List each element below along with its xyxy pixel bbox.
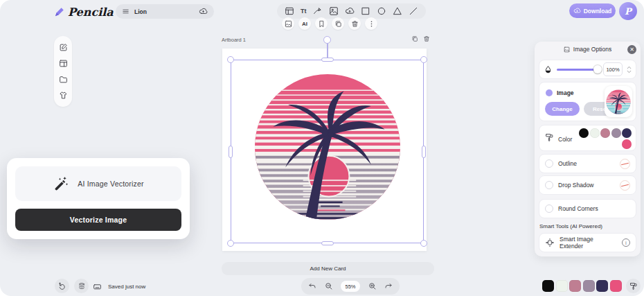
color-swatch[interactable] bbox=[579, 128, 589, 138]
artboard-actions bbox=[411, 35, 430, 42]
resize-handle-nw[interactable] bbox=[227, 56, 234, 63]
bookmark-button[interactable] bbox=[315, 17, 328, 30]
color-swatch[interactable] bbox=[596, 280, 608, 292]
text-tool-icon[interactable]: Tt bbox=[301, 8, 307, 15]
templates-icon[interactable] bbox=[59, 59, 68, 68]
color-swatch[interactable] bbox=[590, 128, 600, 138]
more-options-button[interactable] bbox=[365, 17, 377, 30]
cloud-sync-icon[interactable] bbox=[199, 7, 208, 16]
file-name-pill[interactable]: Lion bbox=[116, 4, 214, 19]
round-corners-row: Round Corners bbox=[539, 199, 636, 218]
drop-shadow-toggle[interactable] bbox=[545, 181, 553, 189]
opacity-row bbox=[539, 60, 636, 79]
outline-toggle[interactable] bbox=[545, 159, 553, 168]
redo-icon[interactable] bbox=[384, 282, 393, 290]
change-image-button[interactable]: Change bbox=[545, 102, 580, 116]
smart-image-extender-row[interactable]: Smart Image Extender i bbox=[539, 233, 636, 252]
image-bullet-icon bbox=[546, 89, 553, 96]
panels-tool-icon[interactable] bbox=[285, 6, 294, 16]
zoom-in-icon[interactable] bbox=[368, 282, 377, 290]
resize-handle-se[interactable] bbox=[420, 240, 427, 247]
image-small-icon bbox=[564, 46, 570, 53]
opacity-slider-thumb[interactable] bbox=[593, 65, 602, 73]
duplicate-button[interactable] bbox=[332, 17, 344, 30]
menu-icon[interactable] bbox=[122, 8, 129, 15]
color-swatch[interactable] bbox=[600, 128, 610, 138]
secondary-toolbar: AI bbox=[282, 17, 377, 30]
cloud-download-icon bbox=[573, 7, 581, 15]
apparel-icon[interactable] bbox=[59, 91, 68, 100]
duplicate-artboard-icon[interactable] bbox=[411, 35, 418, 42]
color-swatch[interactable] bbox=[610, 280, 622, 292]
ai-vectorizer-popup: AI Image Vectorizer Vectorize Image bbox=[7, 158, 190, 239]
image-icon bbox=[285, 20, 292, 28]
color-swatch[interactable] bbox=[622, 139, 632, 149]
smart-extender-label: Smart Image Extender bbox=[560, 236, 617, 250]
keyboard-icon bbox=[93, 282, 102, 291]
stepper-up-icon[interactable] bbox=[627, 66, 632, 69]
opacity-slider[interactable] bbox=[557, 69, 599, 71]
color-swatch-list bbox=[576, 128, 632, 149]
color-swatch[interactable] bbox=[569, 280, 581, 292]
rectangle-tool-icon[interactable] bbox=[361, 6, 370, 16]
ellipse-tool-icon[interactable] bbox=[377, 6, 386, 16]
image-tool-icon[interactable] bbox=[329, 6, 339, 16]
keyboard-shortcuts-button[interactable] bbox=[93, 282, 102, 291]
paint-roller-icon bbox=[629, 282, 638, 290]
upload-tool-icon[interactable] bbox=[345, 6, 355, 16]
triangle-tool-icon[interactable] bbox=[393, 6, 402, 16]
draw-tool-icon[interactable] bbox=[313, 6, 323, 16]
smart-tools-label: Smart Tools (AI Powered) bbox=[539, 223, 602, 229]
delete-artboard-icon[interactable] bbox=[423, 35, 430, 42]
edit-icon[interactable] bbox=[59, 43, 68, 52]
opacity-value-input[interactable] bbox=[603, 62, 623, 76]
image-options-panel: Image Options ✕ Image Change Reset bbox=[535, 42, 641, 256]
layers-button[interactable] bbox=[74, 279, 89, 293]
round-corners-toggle[interactable] bbox=[545, 204, 553, 213]
ai-button[interactable]: AI bbox=[298, 17, 311, 30]
line-tool-icon[interactable] bbox=[409, 6, 418, 16]
drop-shadow-label: Drop Shadow bbox=[558, 182, 615, 189]
color-swatch[interactable] bbox=[622, 128, 632, 138]
color-swatch[interactable] bbox=[556, 280, 568, 292]
artboard-label[interactable]: Artboard 1 bbox=[222, 37, 246, 43]
folder-icon[interactable] bbox=[59, 75, 68, 84]
file-name[interactable]: Lion bbox=[134, 8, 194, 15]
resize-handle-n[interactable] bbox=[321, 58, 334, 62]
zoom-level[interactable]: 55% bbox=[341, 281, 360, 292]
selection-box[interactable] bbox=[231, 60, 424, 243]
image-section-label: Image bbox=[557, 89, 574, 96]
user-avatar[interactable]: P bbox=[619, 2, 637, 20]
drop-shadow-none-indicator[interactable] bbox=[620, 180, 630, 191]
vectorize-image-button[interactable]: Vectorize Image bbox=[15, 209, 181, 231]
paint-roller-button[interactable] bbox=[626, 279, 641, 293]
ai-vectorizer-header: AI Image Vectorizer bbox=[15, 166, 181, 201]
add-new-card-button[interactable]: Add New Card bbox=[222, 262, 434, 275]
color-swatch[interactable] bbox=[611, 128, 621, 138]
image-button[interactable] bbox=[282, 17, 294, 30]
image-thumbnail[interactable] bbox=[605, 86, 632, 117]
resize-handle-s[interactable] bbox=[321, 241, 334, 245]
color-label: Color bbox=[558, 136, 572, 143]
stepper-down-icon[interactable] bbox=[627, 70, 632, 73]
pencil-logo-icon bbox=[54, 7, 64, 17]
opacity-stepper[interactable] bbox=[627, 66, 632, 73]
outline-none-indicator[interactable] bbox=[620, 159, 630, 169]
resize-handle-sw[interactable] bbox=[227, 240, 234, 247]
zoom-out-icon[interactable] bbox=[325, 282, 333, 290]
resize-handle-w[interactable] bbox=[229, 146, 233, 158]
download-button[interactable]: Download bbox=[569, 3, 616, 18]
rotation-handle[interactable] bbox=[323, 36, 331, 44]
close-panel-button[interactable]: ✕ bbox=[627, 45, 636, 54]
color-swatch[interactable] bbox=[542, 280, 554, 292]
delete-button[interactable] bbox=[348, 17, 361, 30]
color-swatch[interactable] bbox=[583, 280, 595, 292]
undo-icon[interactable] bbox=[308, 282, 316, 290]
history-button[interactable] bbox=[55, 279, 69, 293]
resize-handle-e[interactable] bbox=[422, 146, 426, 158]
resize-handle-ne[interactable] bbox=[420, 56, 427, 63]
paint-roller-icon bbox=[545, 133, 554, 142]
color-section: Color bbox=[539, 125, 636, 151]
image-section: Image Change Reset bbox=[539, 82, 636, 121]
info-icon[interactable]: i bbox=[622, 238, 630, 247]
